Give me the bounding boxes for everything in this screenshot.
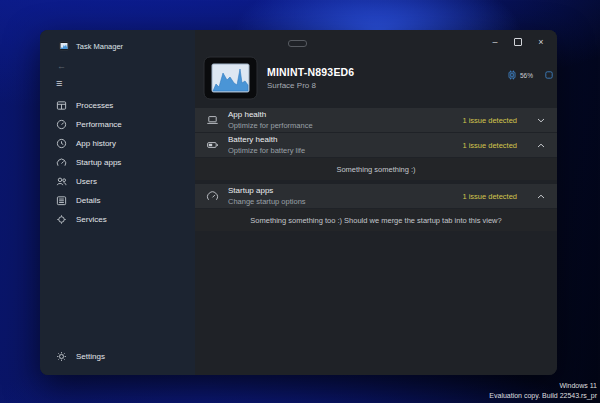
row-subtitle: Change startup options bbox=[228, 197, 462, 206]
device-model: Surface Pro 8 bbox=[267, 81, 354, 90]
gauge-icon bbox=[206, 190, 219, 202]
row-titles: App health Optimize for performance bbox=[228, 110, 462, 130]
status-badge: 1 issue detected bbox=[462, 116, 517, 125]
details-icon bbox=[56, 195, 67, 206]
users-icon bbox=[56, 176, 67, 187]
sidebar-item-label: Performance bbox=[76, 120, 122, 129]
status-badge: 1 issue detected bbox=[462, 192, 517, 201]
device-header: MININT-N893ED6 Surface Pro 8 bbox=[203, 54, 549, 102]
watermark-line1: Windows 11 bbox=[489, 381, 597, 391]
services-icon bbox=[56, 214, 67, 225]
row-title: Battery health bbox=[228, 135, 462, 145]
row-title: App health bbox=[228, 110, 462, 120]
sidebar-item-users[interactable]: Users bbox=[40, 172, 195, 191]
startup-apps-icon bbox=[56, 157, 67, 168]
maximize-button[interactable] bbox=[511, 35, 525, 49]
sidebar-item-label: Settings bbox=[76, 352, 105, 361]
close-button[interactable]: × bbox=[534, 35, 548, 49]
sidebar-nav: Processes Performance App history Startu… bbox=[40, 96, 195, 229]
row-subtitle: Optimize for battery life bbox=[228, 146, 462, 155]
app-health-row[interactable]: App health Optimize for performance 1 is… bbox=[195, 108, 557, 132]
health-rows: App health Optimize for performance 1 is… bbox=[195, 108, 557, 232]
battery-health-details: Something something :) bbox=[195, 158, 557, 180]
status-badge: 1 issue detected bbox=[462, 141, 517, 150]
resource-stats: 56% 0% 48% 2% bbox=[507, 70, 557, 80]
cpu-usage: 56% bbox=[520, 72, 533, 79]
back-button[interactable]: ← bbox=[57, 62, 195, 71]
chevron-up-icon[interactable] bbox=[537, 194, 545, 199]
gear-icon bbox=[56, 351, 67, 362]
watermark-line2: Evaluation copy. Build 22543.rs_pr bbox=[489, 391, 597, 401]
menu-toggle-button[interactable]: ≡ bbox=[56, 78, 195, 89]
device-names: MININT-N893ED6 Surface Pro 8 bbox=[267, 66, 354, 90]
sidebar-item-startup-apps[interactable]: Startup apps bbox=[40, 153, 195, 172]
evaluation-watermark: Windows 11 Evaluation copy. Build 22543.… bbox=[489, 381, 597, 401]
chevron-up-icon[interactable] bbox=[537, 143, 545, 148]
minimize-button[interactable]: – bbox=[488, 35, 502, 49]
gpu-icon bbox=[544, 70, 554, 80]
sidebar-item-processes[interactable]: Processes bbox=[40, 96, 195, 115]
sidebar: Task Manager ← ≡ Processes Performance bbox=[40, 30, 195, 375]
expanded-text: Something something :) bbox=[336, 165, 415, 174]
desktop: { "window": { "title": "Task Manager", "… bbox=[0, 0, 600, 403]
startup-apps-details: Something something too :) Should we mer… bbox=[195, 209, 557, 231]
laptop-icon bbox=[206, 114, 219, 126]
task-manager-window: Task Manager ← ≡ Processes Performance bbox=[40, 30, 557, 375]
battery-icon bbox=[206, 139, 219, 151]
sidebar-item-label: Users bbox=[76, 177, 97, 186]
row-titles: Battery health Optimize for battery life bbox=[228, 135, 462, 155]
device-name: MININT-N893ED6 bbox=[267, 66, 354, 78]
stat-cpu: 56% bbox=[507, 70, 533, 80]
expanded-text: Something something too :) Should we mer… bbox=[250, 216, 501, 225]
sidebar-item-performance[interactable]: Performance bbox=[40, 115, 195, 134]
sidebar-item-services[interactable]: Services bbox=[40, 210, 195, 229]
sidebar-item-label: Details bbox=[76, 196, 100, 205]
row-title: Startup apps bbox=[228, 186, 462, 196]
sidebar-item-app-history[interactable]: App history bbox=[40, 134, 195, 153]
maximize-icon bbox=[514, 38, 522, 46]
sidebar-item-label: Services bbox=[76, 215, 107, 224]
processes-icon bbox=[56, 100, 67, 111]
sidebar-item-label: App history bbox=[76, 139, 116, 148]
startup-apps-row[interactable]: Startup apps Change startup options 1 is… bbox=[195, 184, 557, 208]
sidebar-item-label: Processes bbox=[76, 101, 113, 110]
performance-icon bbox=[56, 119, 67, 130]
main-content: – × MININT-N893ED6 Surface Pro 8 56% bbox=[195, 30, 557, 375]
stat-gpu: 0% bbox=[544, 70, 557, 80]
sidebar-item-details[interactable]: Details bbox=[40, 191, 195, 210]
window-controls: – × bbox=[488, 35, 548, 49]
sidebar-item-settings[interactable]: Settings bbox=[40, 347, 195, 366]
cpu-icon bbox=[507, 70, 517, 80]
device-thumbnail bbox=[203, 56, 258, 100]
battery-health-row[interactable]: Battery health Optimize for battery life… bbox=[195, 133, 557, 157]
sidebar-item-label: Startup apps bbox=[76, 158, 121, 167]
row-subtitle: Optimize for performance bbox=[228, 121, 462, 130]
window-title: Task Manager bbox=[76, 42, 123, 51]
drag-handle[interactable] bbox=[288, 40, 307, 47]
chevron-down-icon[interactable] bbox=[537, 118, 545, 123]
titlebar: Task Manager bbox=[40, 30, 195, 53]
row-titles: Startup apps Change startup options bbox=[228, 186, 462, 206]
task-manager-app-icon bbox=[59, 41, 69, 51]
app-history-icon bbox=[56, 138, 67, 149]
